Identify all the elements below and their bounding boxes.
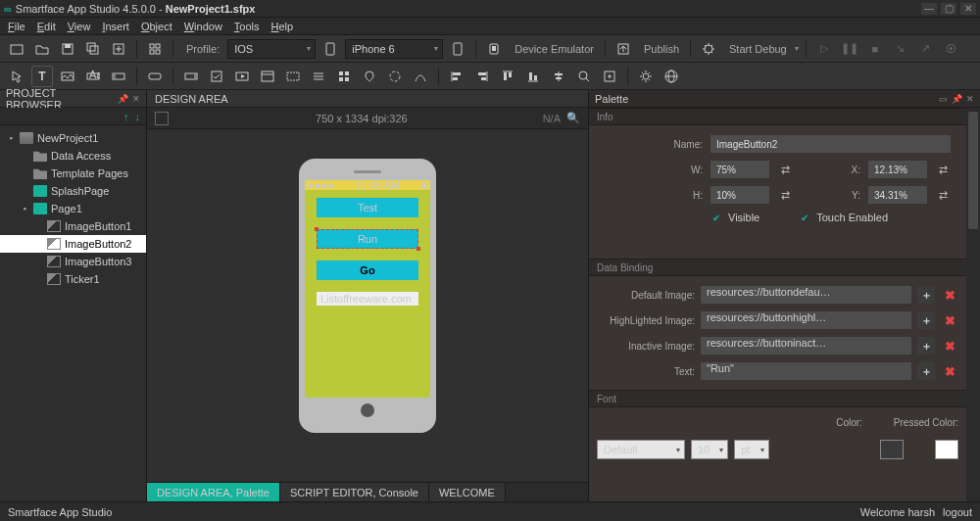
highlighted-image-delete-button[interactable]: ✖ bbox=[941, 311, 958, 329]
location-tool-icon[interactable] bbox=[359, 66, 380, 87]
canvas-ticker1[interactable]: Listoffreeware.com bbox=[317, 292, 418, 306]
y-input[interactable] bbox=[868, 186, 927, 204]
label-tool-icon[interactable]: Aa bbox=[82, 66, 104, 87]
ruler-corner-icon[interactable] bbox=[155, 112, 169, 125]
debug-icon[interactable] bbox=[698, 38, 719, 60]
panel-close-icon[interactable]: ✕ bbox=[132, 94, 140, 104]
align-left-icon[interactable] bbox=[446, 66, 467, 87]
textbox-tool-icon[interactable] bbox=[108, 66, 129, 87]
section-info[interactable]: Info bbox=[589, 108, 966, 125]
font-size-dropdown[interactable]: 10 bbox=[691, 440, 728, 459]
name-input[interactable] bbox=[710, 135, 951, 153]
menu-edit[interactable]: Edit bbox=[31, 19, 62, 34]
width-swap-icon[interactable]: ⇄ bbox=[777, 162, 793, 177]
palette-close-icon[interactable]: ✕ bbox=[966, 94, 974, 104]
text-tool-icon[interactable]: T bbox=[31, 66, 53, 87]
tree-ticker1[interactable]: Ticker1 bbox=[0, 270, 146, 288]
save-icon[interactable] bbox=[57, 38, 78, 60]
logout-link[interactable]: logout bbox=[943, 506, 972, 518]
list-tool-icon[interactable] bbox=[308, 66, 329, 87]
step-over-icon[interactable]: ▷ bbox=[813, 38, 835, 60]
x-input[interactable] bbox=[868, 161, 927, 178]
canvas-imagebutton3[interactable]: Go bbox=[317, 260, 418, 280]
move-up-icon[interactable]: ↑ bbox=[123, 111, 129, 122]
section-data-binding[interactable]: Data Binding bbox=[589, 259, 966, 276]
device-dropdown[interactable]: iPhone 6 bbox=[345, 39, 443, 59]
editbox-tool-icon[interactable] bbox=[180, 66, 202, 87]
orientation-icon[interactable] bbox=[447, 38, 468, 60]
default-image-input[interactable]: resources://buttondefau… bbox=[701, 286, 911, 304]
open-project-icon[interactable] bbox=[31, 38, 53, 60]
save-all-icon[interactable] bbox=[82, 38, 104, 60]
tree-page1[interactable]: ▪Page1 bbox=[0, 200, 146, 217]
inactive-image-delete-button[interactable]: ✖ bbox=[941, 337, 958, 355]
webview-tool-icon[interactable] bbox=[257, 66, 278, 87]
y-swap-icon[interactable]: ⇄ bbox=[935, 187, 951, 203]
checkbox-tool-icon[interactable] bbox=[206, 66, 227, 87]
image-tool-icon[interactable] bbox=[57, 66, 78, 87]
menu-file[interactable]: File bbox=[2, 19, 31, 34]
window-maximize-button[interactable]: ▢ bbox=[941, 3, 956, 15]
menu-help[interactable]: Help bbox=[266, 19, 300, 34]
text-input[interactable]: "Run" bbox=[701, 362, 911, 380]
emulator-icon[interactable] bbox=[483, 38, 505, 60]
grid-tool-icon[interactable] bbox=[333, 66, 355, 87]
profile-dropdown[interactable]: IOS bbox=[227, 39, 316, 59]
settings-icon[interactable] bbox=[635, 66, 657, 87]
pause-icon[interactable]: ❚❚ bbox=[839, 38, 860, 60]
menu-insert[interactable]: Insert bbox=[96, 19, 135, 34]
tree-imagebutton2[interactable]: ImageButton2 bbox=[0, 235, 146, 253]
window-close-button[interactable]: ✕ bbox=[960, 3, 976, 15]
publish-label[interactable]: Publish bbox=[644, 43, 679, 55]
text-delete-button[interactable]: ✖ bbox=[941, 362, 958, 380]
color-swatch[interactable] bbox=[880, 440, 904, 459]
canvas-zoom-icon[interactable]: 🔍 bbox=[566, 112, 580, 124]
breakpoints-icon[interactable]: ⦿ bbox=[941, 38, 962, 60]
tree-imagebutton3[interactable]: ImageButton3 bbox=[0, 253, 146, 270]
text-add-button[interactable]: ＋ bbox=[917, 362, 935, 380]
menu-window[interactable]: Window bbox=[178, 19, 228, 34]
cursor-tool-icon[interactable] bbox=[6, 66, 27, 87]
align-right-icon[interactable] bbox=[471, 66, 493, 87]
tab-design-area[interactable]: DESIGN AREA, Palette bbox=[147, 483, 280, 501]
profile-device-icon[interactable] bbox=[319, 38, 341, 60]
highlighted-image-input[interactable]: resources://buttonhighl… bbox=[701, 311, 911, 329]
palette-float-icon[interactable]: ▭ bbox=[939, 94, 948, 104]
export-icon[interactable] bbox=[108, 38, 129, 60]
step-out-icon[interactable]: ↗ bbox=[915, 38, 937, 60]
highlighted-image-add-button[interactable]: ＋ bbox=[917, 311, 935, 329]
inactive-image-add-button[interactable]: ＋ bbox=[917, 337, 935, 355]
section-font[interactable]: Font bbox=[589, 390, 966, 407]
tree-template-pages[interactable]: Template Pages bbox=[0, 165, 146, 182]
inactive-image-input[interactable]: resources://buttoninact… bbox=[701, 337, 911, 355]
menu-object[interactable]: Object bbox=[135, 19, 178, 34]
height-input[interactable] bbox=[710, 186, 769, 204]
step-into-icon[interactable]: ↘ bbox=[890, 38, 911, 60]
font-family-dropdown[interactable]: Default bbox=[597, 440, 685, 459]
draw-tool-icon[interactable] bbox=[410, 66, 431, 87]
marquee-tool-icon[interactable] bbox=[282, 66, 304, 87]
x-swap-icon[interactable]: ⇄ bbox=[935, 162, 951, 177]
align-bottom-icon[interactable] bbox=[522, 66, 544, 87]
publish-icon[interactable] bbox=[612, 38, 634, 60]
visible-checkbox[interactable]: ✔Visible bbox=[710, 212, 760, 223]
touch-enabled-checkbox[interactable]: ✔Touch Enabled bbox=[799, 212, 888, 223]
default-image-add-button[interactable]: ＋ bbox=[917, 286, 935, 304]
menu-view[interactable]: View bbox=[62, 19, 97, 34]
stop-icon[interactable]: ■ bbox=[864, 38, 886, 60]
pressed-color-swatch[interactable] bbox=[935, 440, 958, 459]
align-top-icon[interactable] bbox=[497, 66, 518, 87]
width-input[interactable] bbox=[710, 161, 769, 178]
tree-data-access[interactable]: Data Access bbox=[0, 147, 146, 165]
menu-tools[interactable]: Tools bbox=[228, 19, 266, 34]
design-canvas[interactable]: ●●●●11:45 AM■ Test Run Go Listoffreeware… bbox=[147, 129, 588, 482]
tree-root[interactable]: ▪ NewProject1 bbox=[0, 129, 146, 147]
tab-welcome[interactable]: WELCOME bbox=[429, 483, 506, 501]
button-tool-icon[interactable] bbox=[144, 66, 166, 87]
window-minimize-button[interactable]: — bbox=[921, 3, 937, 15]
move-down-icon[interactable]: ↓ bbox=[135, 111, 141, 122]
tab-script-editor[interactable]: SCRIPT EDITOR, Console bbox=[280, 483, 429, 501]
canvas-imagebutton2[interactable]: Run bbox=[317, 229, 418, 249]
panel-pin-icon[interactable]: 📌 bbox=[118, 94, 128, 104]
palette-pin-icon[interactable]: 📌 bbox=[952, 94, 962, 104]
